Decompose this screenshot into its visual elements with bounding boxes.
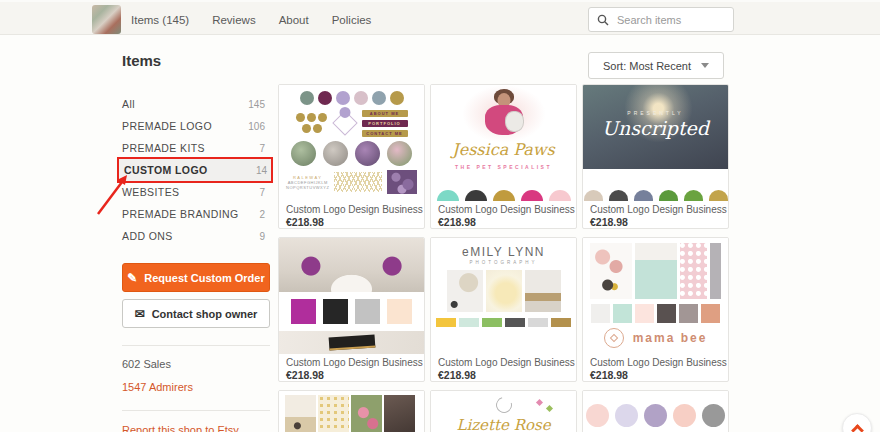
category-count: 14 bbox=[256, 165, 267, 176]
search-icon bbox=[597, 14, 609, 26]
chevron-up-icon bbox=[851, 424, 864, 432]
side-strip bbox=[710, 243, 721, 299]
banner-buttons: ABOUT MEPORTFOLIOCONTACT ME bbox=[362, 110, 408, 137]
product-card[interactable]: Jessica PawsTHE PET SPECIALISTCustom Log… bbox=[430, 84, 577, 229]
line-art-mark bbox=[493, 394, 515, 416]
color-swatch bbox=[459, 318, 479, 327]
font-specimen: RALEWAYABCDEFGHIJKLMNOPQRSTUVWXYZ bbox=[286, 175, 329, 190]
tab-policies[interactable]: Policies bbox=[332, 14, 372, 26]
color-swatch bbox=[701, 304, 720, 323]
specimen-line: NOPQRSTUVWXYZ bbox=[286, 185, 329, 190]
product-card[interactable]: Lizette Rose bbox=[430, 390, 577, 432]
color-swatch bbox=[709, 190, 728, 201]
product-card[interactable] bbox=[582, 390, 729, 432]
color-swatch bbox=[551, 318, 571, 327]
color-swatch bbox=[291, 299, 316, 324]
sidebar-item-websites[interactable]: WEBSITES7 bbox=[122, 181, 270, 203]
heart-logo bbox=[332, 110, 357, 135]
color-swatch bbox=[657, 304, 676, 323]
photo-tile bbox=[447, 270, 483, 312]
header-tabs: Items (145)ReviewsAboutPolicies bbox=[131, 2, 371, 37]
palette-swatches bbox=[279, 299, 424, 324]
sidebar-item-premade-branding[interactable]: PREMADE BRANDING2 bbox=[122, 203, 270, 225]
photo-tile bbox=[318, 395, 349, 432]
product-card[interactable] bbox=[278, 390, 425, 432]
product-price: €218.98 bbox=[583, 368, 728, 382]
tab-reviews[interactable]: Reviews bbox=[212, 14, 255, 26]
product-card[interactable]: PRESENTLYUnscriptedCustom Logo Design Bu… bbox=[582, 84, 729, 229]
photo-circle bbox=[355, 141, 380, 166]
color-dot bbox=[372, 91, 386, 105]
social-icon bbox=[296, 113, 305, 122]
product-image bbox=[279, 391, 424, 432]
palette-dots bbox=[279, 91, 424, 105]
product-title: Custom Logo Design Business Logo ... bbox=[431, 354, 576, 368]
product-price: €218.98 bbox=[431, 215, 576, 229]
tab-items-145[interactable]: Items (145) bbox=[131, 14, 189, 26]
category-label: CUSTOM LOGO bbox=[124, 164, 208, 176]
photo-tile bbox=[351, 395, 382, 432]
color-dot bbox=[318, 91, 332, 105]
tab-about[interactable]: About bbox=[279, 14, 309, 26]
category-label: ADD ONS bbox=[122, 230, 173, 242]
social-icons bbox=[296, 113, 328, 133]
color-dot bbox=[615, 404, 638, 427]
search-input[interactable] bbox=[615, 13, 725, 27]
clipboard-pencil-icon: ✎ bbox=[127, 272, 137, 284]
color-swatch bbox=[437, 190, 459, 201]
social-icon bbox=[302, 124, 311, 133]
sidebar-item-add-ons[interactable]: ADD ONS9 bbox=[122, 225, 270, 247]
product-price: €218.98 bbox=[279, 368, 424, 382]
product-card[interactable]: ABOUT MEPORTFOLIOCONTACT MERALEWAYABCDEF… bbox=[278, 84, 425, 229]
palette-swatches bbox=[583, 190, 728, 201]
photo-circle bbox=[387, 141, 412, 166]
type-specimen-row: RALEWAYABCDEFGHIJKLMNOPQRSTUVWXYZ bbox=[286, 170, 417, 194]
category-count: 9 bbox=[259, 231, 265, 242]
brand-tagline: THE PET SPECIALIST bbox=[431, 164, 576, 170]
color-swatch bbox=[584, 190, 603, 201]
product-price: €218.98 bbox=[279, 215, 424, 229]
product-card[interactable]: eMILY LYNNPHOTOGRAPHYCustom Logo Design … bbox=[430, 237, 577, 382]
product-card[interactable]: mama beeCustom Logo Design Business Logo… bbox=[582, 237, 729, 382]
sidebar-item-all[interactable]: All145 bbox=[122, 93, 270, 115]
contact-shop-owner-button[interactable]: ✉ Contact shop owner bbox=[122, 299, 270, 328]
butterfly-accent bbox=[536, 399, 543, 406]
color-swatch bbox=[355, 299, 380, 324]
business-card bbox=[328, 334, 375, 350]
admirers-link[interactable]: 1547 Admirers bbox=[122, 381, 270, 393]
category-label: PREMADE BRANDING bbox=[122, 208, 239, 220]
brand-logo-row: mama bee bbox=[583, 328, 728, 348]
sidebar-item-premade-kits[interactable]: PREMADE KITS7 bbox=[122, 137, 270, 159]
sidebar-item-premade-logo[interactable]: PREMADE LOGO106 bbox=[122, 115, 270, 137]
page-title: Items bbox=[122, 52, 270, 69]
envelope-icon: ✉ bbox=[135, 308, 145, 320]
color-swatch bbox=[684, 190, 703, 201]
color-dot bbox=[673, 404, 696, 427]
color-swatch bbox=[659, 190, 678, 201]
social-icon bbox=[318, 113, 327, 122]
report-shop-link[interactable]: Report this shop to Etsy bbox=[122, 424, 270, 432]
contact-shop-owner-label: Contact shop owner bbox=[152, 308, 258, 320]
request-custom-order-label: Request Custom Order bbox=[144, 272, 264, 284]
vanity-tile bbox=[635, 243, 677, 299]
brand-script: Lizette Rose bbox=[431, 416, 576, 432]
product-price: €218.98 bbox=[431, 368, 576, 382]
divider bbox=[122, 410, 270, 411]
color-swatch bbox=[521, 190, 543, 201]
product-card[interactable]: Custom Logo Design Business Logo ...€218… bbox=[278, 237, 425, 382]
search-box bbox=[588, 7, 734, 32]
pet-illustration bbox=[484, 90, 524, 138]
color-swatch bbox=[493, 190, 515, 201]
brand-tagline: PHOTOGRAPHY bbox=[431, 260, 576, 265]
palette-dots bbox=[583, 404, 728, 427]
interior-photo bbox=[279, 238, 424, 292]
request-custom-order-button[interactable]: ✎ Request Custom Order bbox=[122, 263, 270, 292]
shop-avatar[interactable] bbox=[92, 5, 121, 34]
logo-stamp bbox=[604, 328, 624, 348]
divider bbox=[122, 345, 270, 346]
sort-dropdown[interactable]: Sort: Most Recent bbox=[588, 52, 724, 79]
collage bbox=[590, 243, 721, 299]
sidebar-item-custom-logo[interactable]: CUSTOM LOGO14 bbox=[119, 159, 271, 181]
palette-swatches bbox=[431, 190, 576, 201]
back-to-top-button[interactable] bbox=[842, 413, 872, 432]
